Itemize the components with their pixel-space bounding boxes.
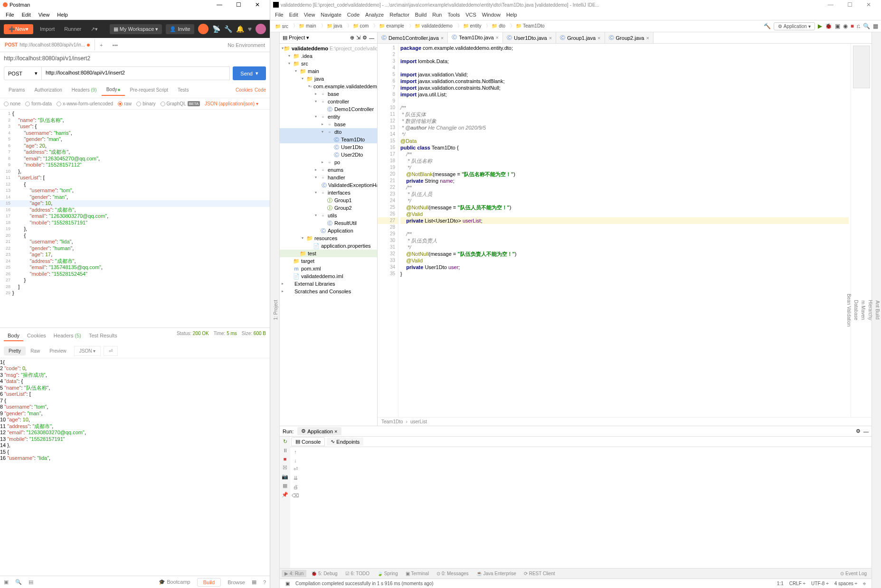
console-output[interactable] [301, 447, 872, 568]
tab-tests[interactable]: Tests [173, 84, 193, 95]
bootcamp-link[interactable]: 🎓 Bootcamp [159, 579, 190, 585]
tree-node[interactable]: ▸▫enums [280, 166, 377, 174]
tree-node[interactable]: 📁target [280, 257, 377, 265]
right-gutter-tab[interactable]: Database [853, 297, 860, 323]
tab-params[interactable]: Params [4, 84, 29, 95]
body-content-type[interactable]: JSON (application/json) ▾ [205, 101, 258, 106]
pin-icon[interactable]: 📌 [282, 492, 288, 498]
bottom-tab[interactable]: ⊙ 0: Messages [434, 570, 471, 577]
body-binary[interactable]: binary [136, 101, 155, 106]
tree-node[interactable]: ⒸResultUtil [280, 219, 377, 227]
menu-analyze[interactable]: Analyze [362, 11, 387, 19]
tree-node[interactable]: ▸▫po [280, 159, 377, 166]
bottom-tab[interactable]: ☑ 6: TODO [342, 570, 372, 577]
resp-tab-cookies[interactable]: Cookies [23, 331, 50, 341]
code-editor[interactable]: 1234567891011121314151617181920212223242… [378, 44, 872, 417]
debug-icon[interactable]: 🐞 [825, 23, 832, 29]
tree-node[interactable]: ⒾGroup2 [280, 204, 377, 212]
bottom-tab[interactable]: ⟳ REST Client [521, 570, 558, 577]
method-selector[interactable]: POST▾ [4, 66, 42, 80]
right-gutter-tab[interactable]: Hierarchy [867, 297, 874, 323]
console-tab[interactable]: ▤ Console [291, 437, 325, 446]
menu-code[interactable]: Code [344, 11, 362, 19]
editor-tab[interactable]: Ⓒ User1Dto.java × [503, 32, 556, 43]
endpoints-tab[interactable]: ∿ Endpoints [327, 438, 363, 446]
environment-selector[interactable]: No Environment [223, 39, 270, 51]
menu-help[interactable]: Help [503, 11, 520, 19]
tree-node[interactable]: 📁test [280, 250, 377, 257]
sync-icon[interactable] [198, 24, 208, 34]
print-icon[interactable]: 🖨 [293, 484, 298, 490]
tree-node[interactable]: ▾▫handler [280, 174, 377, 181]
menu-refactor[interactable]: Refactor [387, 11, 412, 19]
view-pretty[interactable]: Pretty [4, 346, 26, 355]
tree-node[interactable]: ▾📁main [280, 67, 377, 75]
tab-headers[interactable]: Headers (9) [67, 84, 102, 95]
tab-prereq[interactable]: Pre-request Script [125, 84, 173, 95]
search-icon[interactable]: 🔍 [863, 23, 870, 29]
heart-icon[interactable]: ♥ [248, 25, 252, 33]
tree-node[interactable]: ▾▫controller [280, 98, 377, 105]
tree-node[interactable]: ⒸUser1Dto [280, 143, 377, 151]
clear-icon[interactable]: ⌫ [292, 493, 299, 499]
send-button[interactable]: Send▾ [233, 66, 266, 80]
crumb[interactable]: 〉📁 dto [483, 22, 507, 30]
crumb[interactable]: 〉📁 com [344, 22, 371, 30]
run-config-selector[interactable]: ⚙ Application ▾ [774, 22, 815, 30]
tree-node[interactable]: ▸External Libraries [280, 280, 377, 288]
body-graphql[interactable]: GraphQL BETA [161, 101, 200, 106]
resp-tab-body[interactable]: Body [4, 331, 23, 341]
menu-build[interactable]: Build [412, 11, 429, 19]
exit-icon[interactable]: ☒ [283, 465, 287, 471]
tab-options-button[interactable]: ••• [108, 39, 123, 51]
resp-tab-results[interactable]: Test Results [85, 331, 121, 341]
crumb[interactable]: 📁 src [273, 23, 290, 30]
wrap-icon[interactable]: ⏎ [294, 466, 298, 472]
event-log-tab[interactable]: ⊙ Event Log [837, 570, 870, 577]
minimap[interactable] [851, 44, 872, 417]
close-button[interactable]: ✕ [859, 1, 878, 8]
pause-icon[interactable]: ⏸ [283, 448, 288, 453]
maximize-button[interactable]: ☐ [840, 1, 859, 8]
menu-navigate[interactable]: Navigate [318, 11, 344, 19]
menu-file[interactable]: File [2, 11, 18, 19]
tree-root[interactable]: ▾📁 validateddemo E:\project_code\validat… [280, 45, 377, 52]
invite-button[interactable]: 👤 Invite [166, 24, 194, 34]
bottom-tab[interactable]: ☕ Java Enterprise [474, 570, 519, 577]
menu-edit[interactable]: Edit [18, 11, 35, 19]
settings-icon[interactable]: 🔧 [224, 25, 232, 33]
tree-node[interactable]: ▾▫entity [280, 113, 377, 121]
console-icon[interactable]: ▤ [28, 579, 33, 585]
user-avatar[interactable] [256, 24, 266, 34]
profile-icon[interactable]: ◉ [843, 23, 848, 29]
left-gutter-tab[interactable]: 1: Project [272, 297, 279, 323]
cookies-link[interactable]: Cookies [236, 87, 253, 93]
request-body-editor[interactable]: 1{2 "name": "队伍名称",3 "user": {4 "usernam… [0, 109, 270, 327]
collapse-icon[interactable]: ⇲ [356, 35, 360, 41]
stop-icon[interactable]: ■ [284, 456, 287, 462]
right-gutter-tab[interactable]: m Maven [860, 298, 867, 323]
new-button[interactable]: ➕ New ▾ [4, 24, 33, 34]
editor-tab[interactable]: Ⓒ Team1Dto.java × [448, 32, 503, 43]
menu-run[interactable]: Run [429, 11, 445, 19]
down-icon[interactable]: ↓ [294, 457, 297, 463]
crumb[interactable]: 〉📁 main [290, 22, 318, 30]
crumb[interactable]: 〉📁 validateddemo [406, 22, 455, 30]
tree-node[interactable]: ▾📁resources [280, 234, 377, 242]
minimize-button[interactable]: — [821, 1, 840, 8]
maximize-button[interactable]: ☐ [229, 1, 248, 8]
tree-node[interactable]: ▾📁.idea [280, 52, 377, 60]
view-preview[interactable]: Preview [45, 346, 71, 355]
hide-icon[interactable]: — [369, 35, 374, 41]
tree-node[interactable]: ▸▫base [280, 90, 377, 98]
tree-node[interactable]: ⒸTeam1Dto [280, 136, 377, 143]
editor-tab[interactable]: Ⓒ Group1.java × [556, 32, 605, 43]
menu-file[interactable]: File [272, 11, 286, 19]
tree-node[interactable]: 📄validateddemo.iml [280, 272, 377, 280]
menu-edit[interactable]: Edit [286, 11, 301, 19]
browse-toggle[interactable]: Browse [227, 579, 245, 585]
crumb[interactable]: 〉📁 example [370, 22, 406, 30]
tree-node[interactable]: ▾▫dto [280, 128, 377, 136]
scroll-icon[interactable]: ⇊ [294, 475, 298, 481]
tree-node[interactable]: ⒸApplication [280, 227, 377, 234]
